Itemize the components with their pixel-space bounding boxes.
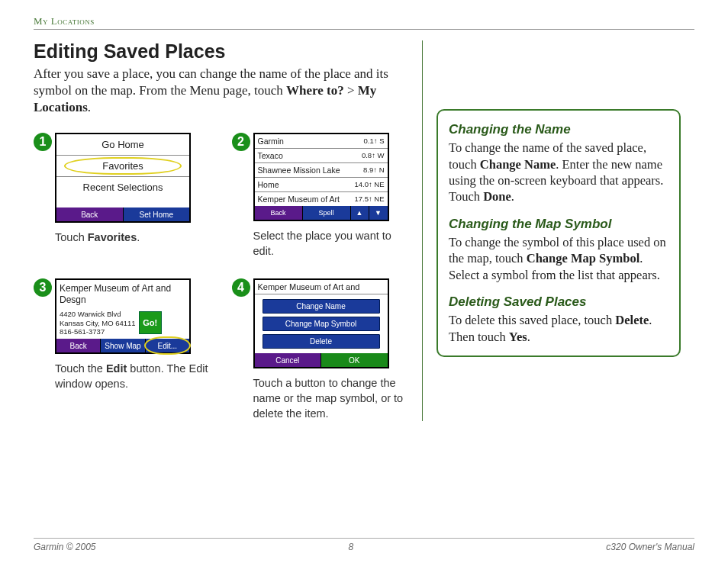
- step-badge-2: 2: [232, 133, 250, 151]
- set-home-button[interactable]: Set Home: [124, 208, 190, 221]
- tip-text: To change the name of the saved place, t…: [449, 140, 668, 205]
- page-columns: Editing Saved Places After you save a pl…: [34, 40, 694, 421]
- list-item[interactable]: Texaco0.8↑ W: [255, 149, 388, 163]
- change-map-symbol-button[interactable]: Change Map Symbol: [263, 317, 380, 331]
- step-3: 3 Kemper Museum of Art and Desgn 4420 Wa…: [34, 278, 211, 421]
- ok-button[interactable]: OK: [321, 353, 388, 367]
- delete-button[interactable]: Delete: [263, 334, 380, 349]
- step-1: 1 Go Home Favorites Recent Selections Ba…: [34, 133, 211, 259]
- steps-grid: 1 Go Home Favorites Recent Selections Ba…: [34, 133, 408, 421]
- menu-favorites[interactable]: Favorites: [56, 156, 189, 177]
- step-badge-4: 4: [232, 278, 250, 297]
- page-title: Editing Saved Places: [34, 40, 408, 63]
- screen-places-list: Garmin0.1↑ S Texaco0.8↑ W Shawnee Missio…: [253, 133, 389, 221]
- tip-heading-delete: Deleting Saved Places: [449, 294, 668, 310]
- footer-manual-name: c320 Owner's Manual: [606, 542, 694, 552]
- menu-recent-selections[interactable]: Recent Selections: [56, 177, 189, 198]
- step-1-caption: Touch Favorites.: [55, 230, 211, 246]
- back-button[interactable]: Back: [56, 208, 124, 221]
- footer-copyright: Garmin © 2005: [34, 542, 96, 552]
- place-address: 4420 Warwick Blvd Kansas City, MO 64111 …: [60, 310, 136, 336]
- tip-text: To delete this saved place, touch Delete…: [449, 312, 668, 345]
- show-map-button[interactable]: Show Map: [101, 339, 145, 352]
- main-column: Editing Saved Places After you save a pl…: [34, 40, 423, 421]
- step-2: 2 Garmin0.1↑ S Texaco0.8↑ W Shawnee Miss…: [232, 133, 409, 259]
- tip-text: To change the symbol of this place used …: [449, 234, 668, 283]
- tip-heading-change-symbol: Changing the Map Symbol: [449, 216, 668, 233]
- intro-paragraph: After you save a place, you can change t…: [34, 66, 408, 116]
- step-3-caption: Touch the Edit button. The Edit window o…: [55, 362, 211, 391]
- page-footer: Garmin © 2005 8 c320 Owner's Manual: [34, 538, 694, 552]
- section-header: My Locations: [34, 15, 694, 30]
- step-2-caption: Select the place you want to edit.: [253, 229, 409, 259]
- list-item[interactable]: Garmin0.1↑ S: [255, 134, 388, 149]
- edit-dialog-title: Kemper Museum of Art and: [255, 280, 388, 294]
- screen-favorites-menu: Go Home Favorites Recent Selections Back…: [55, 133, 191, 223]
- list-item[interactable]: Shawnee Mission Lake8.9↑ N: [255, 163, 388, 178]
- scroll-down-icon[interactable]: ▼: [369, 206, 388, 220]
- step-4-caption: Touch a button to change the name or the…: [253, 376, 409, 421]
- scroll-up-icon[interactable]: ▲: [351, 206, 369, 220]
- back-button[interactable]: Back: [56, 339, 101, 352]
- step-badge-1: 1: [34, 133, 52, 151]
- change-name-button[interactable]: Change Name: [263, 299, 380, 314]
- footer-page-number: 8: [349, 542, 354, 552]
- tips-box: Changing the Name To change the name of …: [436, 109, 681, 357]
- place-title: Kemper Museum of Art and Desgn: [56, 280, 189, 305]
- screen-place-detail: Kemper Museum of Art and Desgn 4420 Warw…: [55, 278, 191, 354]
- edit-button[interactable]: Edit...: [146, 339, 189, 352]
- step-badge-3: 3: [34, 278, 52, 297]
- menu-go-home[interactable]: Go Home: [56, 134, 189, 156]
- tip-heading-change-name: Changing the Name: [449, 121, 668, 138]
- spell-button[interactable]: Spell: [303, 206, 351, 220]
- go-button[interactable]: Go!: [139, 311, 162, 334]
- back-button[interactable]: Back: [255, 206, 303, 220]
- list-item[interactable]: Kemper Museum of Art17.5↑ NE: [255, 192, 388, 206]
- intro-where-to: Where to?: [286, 83, 344, 98]
- intro-end: .: [88, 100, 91, 114]
- intro-sep: >: [344, 83, 358, 98]
- step-4: 4 Kemper Museum of Art and Change Name C…: [232, 278, 409, 421]
- list-item[interactable]: Home14.0↑ NE: [255, 178, 388, 192]
- cancel-button[interactable]: Cancel: [255, 353, 322, 367]
- sidebar-column: Changing the Name To change the name of …: [436, 40, 681, 421]
- screen-edit-dialog: Kemper Museum of Art and Change Name Cha…: [253, 278, 389, 368]
